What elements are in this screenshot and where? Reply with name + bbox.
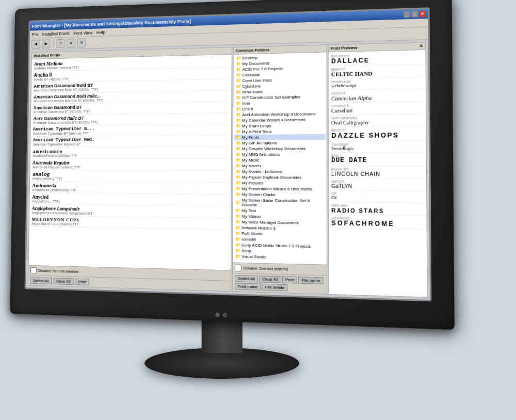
folder-name: My e-Print Tools xyxy=(242,129,271,134)
font-detail: americonFond ad1000pts TTF xyxy=(33,154,229,157)
folder-icon: 📁 xyxy=(235,208,240,213)
installed-fonts-panel: Installed Fonts Avant Medium Ambient Med… xyxy=(28,47,232,292)
close-toolbar-button[interactable]: ✕ xyxy=(77,38,86,47)
menu-file[interactable]: File xyxy=(32,31,39,37)
print-button[interactable]: Print xyxy=(75,279,89,286)
folder-name: My Voice Manager Documents xyxy=(241,220,299,225)
folder-icon: 📁 xyxy=(236,181,241,185)
font-name: Anaconda Regular xyxy=(33,160,229,166)
folder-icon: 📁 xyxy=(236,84,241,89)
list-item[interactable]: 📁 My Graphic Workshop Documents xyxy=(234,146,326,152)
list-item[interactable]: 📁 My MNG Animations xyxy=(234,152,326,157)
help-icon-button[interactable]: ? xyxy=(56,39,65,48)
folder-icon: 📁 xyxy=(236,152,241,157)
preview-item: radio stars RADIO STARS xyxy=(330,202,425,216)
list-item[interactable]: 📁 My GIF Animations xyxy=(234,140,326,146)
menu-installed[interactable]: Installed Fonts xyxy=(42,31,70,37)
info-button[interactable]: ● xyxy=(67,39,75,48)
preview-font-text: Oval Calligraphy xyxy=(331,119,423,126)
folder-name: My Novels xyxy=(242,164,262,168)
scene: Font Wrangler - [My Documents and Settin… xyxy=(0,0,516,420)
folder-name: Sony xyxy=(241,249,251,254)
power-indicator xyxy=(216,313,220,317)
folder-name: My MNG Animations xyxy=(242,152,280,157)
folder-name: GIF Construction Set Examples xyxy=(242,94,300,100)
folder-name: My Videos xyxy=(241,214,261,219)
file-delete-button[interactable]: File delete xyxy=(262,284,288,292)
select-all-button[interactable]: Select All xyxy=(30,277,52,284)
folder-icon: 📁 xyxy=(236,78,241,83)
folder-icon: 📁 xyxy=(235,243,240,247)
select-all-middle-button[interactable]: Select All xyxy=(235,275,258,282)
folder-name: My Pigeon Daybook Documents xyxy=(242,175,302,180)
list-item[interactable]: analog analog (analog TTF) xyxy=(31,170,230,183)
button-2[interactable] xyxy=(223,313,227,317)
preview-font-text: Or xyxy=(331,195,424,201)
list-item[interactable]: American Typewriter B... American Typewr… xyxy=(31,124,230,137)
font-detail: American Typewriter Medium BT xyxy=(33,142,229,146)
clear-all-middle-button[interactable]: Clear All xyxy=(259,276,281,283)
back-button[interactable]: ◀ xyxy=(31,39,40,48)
list-item[interactable]: Am'r Garamo'nd Italic BT American Garamo… xyxy=(32,113,231,126)
preview-close-button[interactable]: ✕ xyxy=(420,44,424,49)
list-item[interactable]: 📁 My Screen Saver Construction Set 8 Doc… xyxy=(234,197,325,208)
font-name-button[interactable]: Font name xyxy=(235,283,261,290)
list-item[interactable]: Andromeda Andromeda (andromeda) TTF xyxy=(31,182,230,195)
list-item[interactable]: MELODVNON CUPS Anglo Saxon Caps (Saxon) … xyxy=(30,216,230,230)
middle-panel-buttons: Select All Clear All Print File name Fon… xyxy=(233,273,327,294)
folder-icon: 📁 xyxy=(236,95,241,100)
folder-icon: 📁 xyxy=(236,107,241,111)
preview-item: OR Or xyxy=(330,190,425,203)
maximize-button[interactable]: □ xyxy=(411,11,418,18)
list-item[interactable]: 📁 My Pigeon Daybook Documents xyxy=(234,174,326,181)
installed-fonts-list[interactable]: Avant Medium Ambient Medium (arbona TTF)… xyxy=(29,55,232,270)
detailed-label-middle: Detailed xyxy=(244,266,257,270)
folder-name: My GIF Animations xyxy=(242,141,277,146)
folder-name: My Presentation Wizard 6 Documents xyxy=(242,186,313,191)
list-item[interactable]: 📁 My Novels xyxy=(234,163,326,169)
preview-font-text: Cancerian Alpha xyxy=(331,94,423,102)
preview-list: font name A DALLACE gallant B CELTIC HAN… xyxy=(329,50,427,297)
list-item[interactable]: 📁 My Music xyxy=(234,157,326,163)
folder-name: My Drum Loops xyxy=(242,123,271,128)
print-middle-button[interactable]: Print xyxy=(282,276,297,283)
list-item[interactable]: Anaconda Regular Anaconda Regular (arbon… xyxy=(31,159,230,171)
detailed-checkbox[interactable] xyxy=(30,267,37,274)
font-preview-panel: Font Preview ✕ font name A DALLACE galla… xyxy=(328,42,428,297)
folder-name: Line 6 xyxy=(242,107,253,111)
one-font-status: One font selected xyxy=(259,267,288,271)
file-name-button[interactable]: File name xyxy=(298,277,324,284)
list-item[interactable]: americonico americonFond ad1000pts TTF xyxy=(31,147,230,159)
list-item[interactable]: 📁 My Fonts xyxy=(234,134,326,140)
detailed-checkbox-middle[interactable] xyxy=(235,265,241,272)
close-button[interactable]: ✕ xyxy=(419,11,426,18)
folder-list[interactable]: 📁 Desktop 📁 My Documents 📁 ACID Pro 7.0 … xyxy=(233,53,327,265)
menu-help[interactable]: Help xyxy=(96,30,105,35)
folder-name: rome98 xyxy=(241,237,255,242)
preview-item: drub_I DUE DATE xyxy=(330,153,425,166)
folder-name: My Novels - Leftovers xyxy=(242,169,282,174)
preview-font-text: DUE DATE xyxy=(331,157,423,165)
menu-fontview[interactable]: Font View xyxy=(73,30,92,36)
preview-font-text: DALLACE xyxy=(331,56,423,64)
preview-font-text: webdinscript xyxy=(331,82,423,89)
list-item[interactable]: American Typewriter Med. American Typewr… xyxy=(31,136,230,148)
clear-all-button[interactable]: Clear All xyxy=(53,278,73,285)
font-name: americonico xyxy=(33,148,229,154)
folder-name: Acid Animation Workshop 3 Documents xyxy=(242,111,315,117)
folder-name: Cakewalk xyxy=(242,72,260,77)
folder-name: Visual Studio xyxy=(241,254,266,260)
folder-icon: 📁 xyxy=(236,56,241,60)
list-item[interactable]: 📁 Visual Studio xyxy=(234,253,326,261)
preview-font-text: Swordlogic xyxy=(331,146,423,151)
preview-font-text: SOFACHROME xyxy=(331,220,424,228)
forward-button[interactable]: ▶ xyxy=(42,39,51,48)
preview-item: cursefont B Cursefont xyxy=(330,102,425,116)
folder-icon: 📁 xyxy=(236,112,241,117)
minimize-button[interactable]: _ xyxy=(404,11,410,18)
list-item[interactable]: 📁 My Novels - Leftovers xyxy=(234,169,326,175)
folder-icon: 📁 xyxy=(236,175,241,180)
folder-icon: 📁 xyxy=(235,231,240,236)
folder-icon: 📁 xyxy=(236,90,241,94)
preview-item: Gat'LYN GaTLYN xyxy=(330,179,425,191)
